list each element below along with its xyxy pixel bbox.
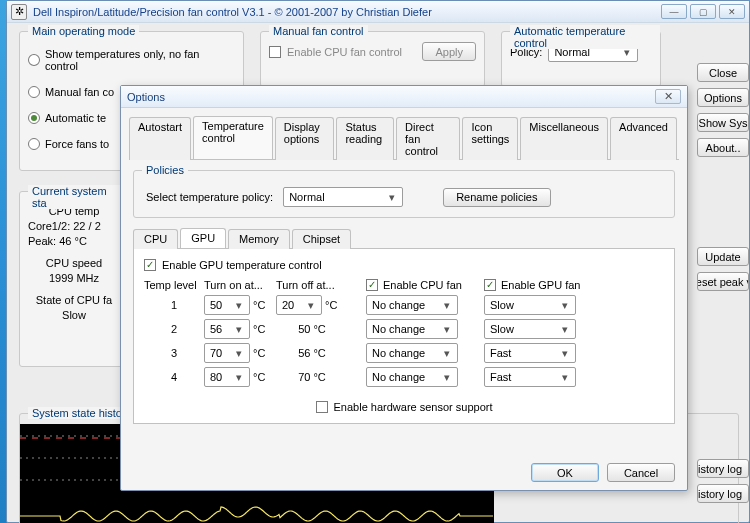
tab-advanced[interactable]: Advanced xyxy=(610,117,677,160)
mode-radio-label-3: Force fans to xyxy=(45,138,109,150)
system-state-legend: Current system sta xyxy=(28,185,128,209)
auto-temp-group: Automatic temperature control Policy: No… xyxy=(501,31,661,87)
chevron-down-icon: ▾ xyxy=(558,371,572,384)
level-2: 3 xyxy=(144,347,204,359)
reset-peak-button[interactable]: Reset peak va xyxy=(697,272,749,291)
component-tabs: CPUGPUMemoryChipset xyxy=(133,228,675,249)
policies-group: Policies Select temperature policy: Norm… xyxy=(133,170,675,218)
mode-radio-label-1: Manual fan co xyxy=(45,86,114,98)
gpu-fan-select-2[interactable]: Fast▾ xyxy=(484,343,576,363)
tab-icon-settings[interactable]: Icon settings xyxy=(462,117,518,160)
turn-off-select-0[interactable]: 20▾ xyxy=(276,295,322,315)
cpu-fan-select-1[interactable]: No change▾ xyxy=(366,319,458,339)
mode-radio-1[interactable] xyxy=(28,86,40,98)
enable-gpu-temp-label: Enable GPU temperature control xyxy=(162,259,322,271)
subtab-memory[interactable]: Memory xyxy=(228,229,290,249)
side-button-options[interactable]: Options xyxy=(697,88,749,107)
mode-radio-0[interactable] xyxy=(28,54,40,66)
manual-legend: Manual fan control xyxy=(269,25,368,37)
enable-cpu-fan-checkbox[interactable] xyxy=(269,46,281,58)
enable-gpu-fan-checkbox[interactable] xyxy=(484,279,496,291)
tab-temperature-control[interactable]: Temperature control xyxy=(193,116,273,159)
level-3: 4 xyxy=(144,371,204,383)
chevron-down-icon: ▾ xyxy=(385,191,399,204)
minimize-button[interactable]: — xyxy=(661,4,687,19)
subtab-cpu[interactable]: CPU xyxy=(133,229,178,249)
chevron-down-icon: ▾ xyxy=(304,299,318,312)
gpu-fan-select-3[interactable]: Fast▾ xyxy=(484,367,576,387)
gpu-fan-select-1[interactable]: Slow▾ xyxy=(484,319,576,339)
chevron-down-icon: ▾ xyxy=(558,299,572,312)
ok-button[interactable]: OK xyxy=(531,463,599,482)
fan-state-label: State of CPU fa xyxy=(28,294,120,306)
side-buttons: CloseOptionsShow SysAbout.. xyxy=(697,63,749,157)
rename-policies-button[interactable]: Rename policies xyxy=(443,188,550,207)
cpu-speed-value: 1999 MHz xyxy=(28,272,120,284)
options-title: Options xyxy=(127,91,655,103)
chevron-down-icon: ▾ xyxy=(232,371,246,384)
gpu-panel: Enable GPU temperature control Temp leve… xyxy=(133,249,675,424)
enable-gpu-fan-label: Enable GPU fan xyxy=(501,279,581,291)
mode-radio-3[interactable] xyxy=(28,138,40,150)
manual-fan-group: Manual fan control Enable CPU fan contro… xyxy=(260,31,485,87)
cpu-fan-select-2[interactable]: No change▾ xyxy=(366,343,458,363)
window-title: Dell Inspiron/Latitude/Precision fan con… xyxy=(33,6,661,18)
select-policy-label: Select temperature policy: xyxy=(146,191,273,203)
turn-off-value-1: 50 °C xyxy=(276,323,348,335)
enable-cpu-fan-checkbox[interactable] xyxy=(366,279,378,291)
maximize-button[interactable]: ▢ xyxy=(690,4,716,19)
gpu-fan-select-0[interactable]: Slow▾ xyxy=(484,295,576,315)
history-log-button-2[interactable]: history log xyxy=(697,484,749,503)
cpu-fan-select-3[interactable]: No change▾ xyxy=(366,367,458,387)
turn-on-select-0[interactable]: 50▾ xyxy=(204,295,250,315)
tab-direct-fan-control[interactable]: Direct fan control xyxy=(396,117,460,160)
apply-button[interactable]: Apply xyxy=(422,42,476,61)
chevron-down-icon: ▾ xyxy=(440,347,454,360)
auto-legend: Automatic temperature control xyxy=(510,25,660,49)
history-legend: System state histor xyxy=(28,407,130,419)
system-state-group: Current system sta CPU temp Core1/2: 22 … xyxy=(19,191,129,367)
tab-miscellaneous[interactable]: Miscellaneous xyxy=(520,117,608,160)
chevron-down-icon: ▾ xyxy=(232,347,246,360)
update-button[interactable]: Update xyxy=(697,247,749,266)
cpu-fan-select-0[interactable]: No change▾ xyxy=(366,295,458,315)
hw-sensor-checkbox[interactable] xyxy=(316,401,328,413)
tab-display-options[interactable]: Display options xyxy=(275,117,335,160)
policies-legend: Policies xyxy=(142,164,188,176)
chevron-down-icon: ▾ xyxy=(558,323,572,336)
cancel-button[interactable]: Cancel xyxy=(607,463,675,482)
turn-on-select-2[interactable]: 70▾ xyxy=(204,343,250,363)
app-icon: ✲ xyxy=(11,4,27,20)
chevron-down-icon: ▾ xyxy=(232,299,246,312)
options-close-button[interactable]: ✕ xyxy=(655,89,681,104)
turn-off-value-3: 70 °C xyxy=(276,371,348,383)
peak-line: Peak: 46 °C xyxy=(28,235,120,247)
level-1: 2 xyxy=(144,323,204,335)
hw-sensor-label: Enable hardware sensor support xyxy=(334,401,493,413)
level-0: 1 xyxy=(144,299,204,311)
fan-state-value: Slow xyxy=(28,309,120,321)
select-policy-dropdown[interactable]: Normal▾ xyxy=(283,187,403,207)
col-temp-level: Temp level xyxy=(144,279,204,291)
titlebar: ✲ Dell Inspiron/Latitude/Precision fan c… xyxy=(7,1,749,23)
mode-radio-label-2: Automatic te xyxy=(45,112,106,124)
side-button-show-sys[interactable]: Show Sys xyxy=(697,113,749,132)
turn-off-value-2: 56 °C xyxy=(276,347,348,359)
turn-on-select-1[interactable]: 56▾ xyxy=(204,319,250,339)
tab-autostart[interactable]: Autostart xyxy=(129,117,191,160)
chevron-down-icon: ▾ xyxy=(440,299,454,312)
turn-on-select-3[interactable]: 80▾ xyxy=(204,367,250,387)
main-mode-legend: Main operating mode xyxy=(28,25,139,37)
chevron-down-icon: ▾ xyxy=(440,323,454,336)
subtab-gpu[interactable]: GPU xyxy=(180,228,226,248)
side-button-about-[interactable]: About.. xyxy=(697,138,749,157)
chevron-down-icon: ▾ xyxy=(440,371,454,384)
tab-status-reading[interactable]: Status reading xyxy=(336,117,394,160)
mode-radio-2[interactable] xyxy=(28,112,40,124)
enable-gpu-temp-checkbox[interactable] xyxy=(144,259,156,271)
side-button-close[interactable]: Close xyxy=(697,63,749,82)
close-button[interactable]: ✕ xyxy=(719,4,745,19)
options-dialog: Options ✕ AutostartTemperature controlDi… xyxy=(120,85,688,491)
history-log-button[interactable]: history log xyxy=(697,459,749,478)
subtab-chipset[interactable]: Chipset xyxy=(292,229,351,249)
